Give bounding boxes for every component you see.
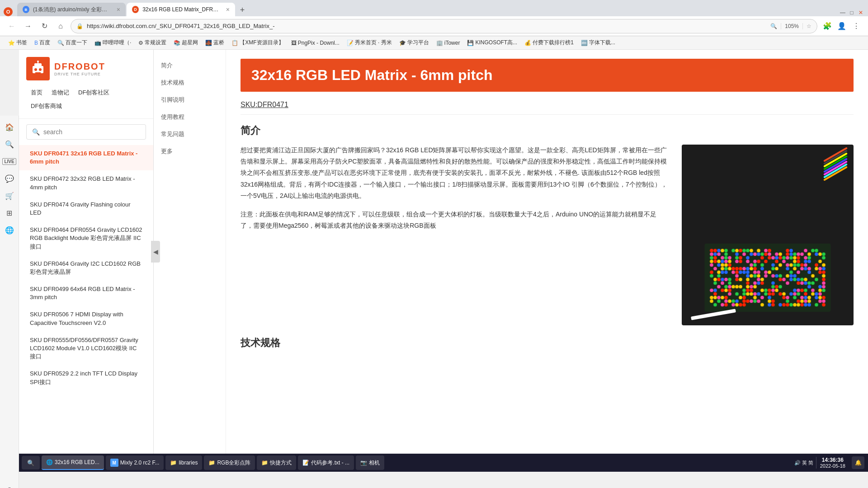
bookmark-study[interactable]: 🎓 学习平台: [396, 38, 432, 47]
product-link-4[interactable]: SKU DFR0464 DFR0554 Gravity LCD1602 RGB …: [19, 221, 153, 255]
product-link-6[interactable]: SKU DFR0499 64x64 RGB LED Matrix - 3mm p…: [19, 281, 153, 306]
product-link-9[interactable]: SKU DFR0529 2.2 inch TFT LCD Display SPI…: [19, 365, 153, 390]
bookmark-pngpix[interactable]: 🖼 PngPix - Downl...: [288, 39, 342, 47]
home-button[interactable]: ⌂: [54, 20, 67, 33]
led-dot: [761, 282, 764, 285]
led-dot: [750, 289, 753, 292]
search-input[interactable]: [43, 128, 140, 136]
nav-maker[interactable]: 造物记: [47, 86, 74, 99]
product-link-5[interactable]: SKU DFR0464 Gravity I2C LCD1602 RGB 彩色背光…: [19, 255, 153, 281]
product-link-2[interactable]: SKU DFR0472 32x32 RGB LED Matrix - 4mm p…: [19, 170, 153, 196]
led-dot: [768, 285, 771, 288]
led-dot: [710, 271, 713, 274]
new-tab-button[interactable]: +: [236, 4, 249, 16]
bookmark-baiduyixia[interactable]: 🔍 百度一下: [55, 38, 90, 47]
bookmark-lanqiao[interactable]: 🌉 蓝桥: [203, 38, 227, 47]
toc-shiyong[interactable]: 使用教程: [154, 108, 226, 126]
minimize-button[interactable]: —: [839, 9, 846, 16]
led-dot: [728, 285, 731, 288]
maximize-button[interactable]: □: [848, 9, 855, 16]
sidebar-chat-icon[interactable]: 💬: [2, 171, 17, 186]
taskbar-camera-icon: 📷: [360, 460, 367, 466]
led-dot: [710, 274, 713, 277]
tab-active-2[interactable]: D 32x16 RGB LED Matrix_DFR0471 ×: [127, 3, 235, 16]
taskbar-rgb-label: RGB全彩点阵: [217, 459, 250, 467]
product-image: [682, 145, 854, 325]
product-link-7[interactable]: SKU DFR0506 7 HDMI Display with Capaciti…: [19, 306, 153, 331]
bookmark-paid[interactable]: 💰 付费下载排行榜1: [522, 38, 576, 47]
led-dot: [819, 260, 822, 263]
toc-jishu[interactable]: 技术规格: [154, 74, 226, 91]
led-dot: [790, 274, 793, 277]
close-button[interactable]: ✕: [857, 9, 864, 16]
bookmark-settings[interactable]: ⚙ 常规设置: [136, 38, 169, 47]
url-bar[interactable]: 🔒 https://wiki.dfrobot.com.cn/_SKU_DFR04…: [71, 19, 817, 33]
tab-inactive-1[interactable]: B (1条消息) arduino/mixly 全彩点阵... ×: [17, 3, 126, 16]
bookmark-itower[interactable]: 🏢 iTower: [434, 39, 463, 47]
sidebar-collapse-button[interactable]: ◀: [151, 241, 160, 263]
led-dot: [739, 282, 742, 285]
sidebar-search-icon[interactable]: 🔍: [2, 136, 17, 152]
tab-close-1[interactable]: ×: [117, 6, 120, 13]
bookmark-kingo[interactable]: 💾 KINGOSOFT高...: [464, 38, 520, 47]
toc-changjian[interactable]: 常见问题: [154, 126, 226, 143]
taskbar-camera[interactable]: 📷 相机: [356, 455, 384, 470]
led-dot: [757, 278, 760, 281]
taskbar-txt[interactable]: 📝 代码参考.txt - ...: [298, 455, 354, 470]
led-dot: [779, 253, 782, 256]
led-dot: [754, 278, 757, 281]
led-dot: [801, 263, 804, 267]
taskbar-search[interactable]: 🔍: [22, 456, 40, 469]
menu-button[interactable]: ⋮: [850, 20, 863, 33]
wiki-search-box[interactable]: 🔍: [26, 124, 146, 140]
bookmark-font[interactable]: 🔤 字体下载...: [578, 38, 618, 47]
profile-button[interactable]: 👤: [835, 20, 848, 33]
bookmark-chaoxing[interactable]: 📚 超星网: [171, 38, 201, 47]
led-dot: [819, 282, 822, 285]
led-dot: [790, 285, 793, 288]
extensions-button[interactable]: 🧩: [821, 20, 834, 33]
lock-icon: 🔒: [76, 23, 83, 29]
led-dot: [721, 289, 724, 292]
led-dot: [721, 292, 724, 296]
tab-close-2[interactable]: ×: [226, 6, 230, 13]
product-link-3[interactable]: SKU DFR0474 Gravity Flashing colour LED: [19, 196, 153, 221]
taskbar-mixly[interactable]: M Mixly 2.0 rc2 F...: [106, 455, 164, 470]
led-dot: [772, 253, 775, 256]
taskbar-shortcuts[interactable]: 📁 快捷方式: [257, 455, 296, 470]
sidebar-cart-icon[interactable]: 🛒: [2, 188, 17, 203]
product-link-active[interactable]: SKU DFR0471 32x16 RGB LED Matrix - 6mm p…: [19, 145, 153, 170]
bookmark-bilibili[interactable]: 📺 哔哩哔哩（·: [92, 38, 134, 47]
bookmark-xiumi[interactable]: 📝 秀米首页 · 秀米: [344, 38, 395, 47]
led-dot: [775, 282, 778, 285]
sidebar-live-icon[interactable]: LIVE: [2, 154, 17, 169]
sidebar-add-icon[interactable]: ➕: [2, 483, 17, 488]
led-dot: [811, 289, 815, 292]
led-dot: [750, 278, 753, 281]
nav-community[interactable]: DF创客社区: [74, 86, 114, 99]
notification-button[interactable]: 🔔: [852, 456, 864, 469]
sidebar-apps-icon[interactable]: ⊞: [2, 205, 17, 221]
nav-shop[interactable]: DF创客商城: [26, 99, 66, 113]
led-dot: [714, 296, 717, 299]
forward-button[interactable]: →: [22, 20, 34, 33]
toc-more[interactable]: 更多: [154, 143, 226, 160]
bookmark-star-icon[interactable]: ⭐ 书签: [5, 38, 30, 47]
taskbar-libraries[interactable]: 📁 libraries: [165, 455, 202, 470]
product-link-8[interactable]: SKU DFR0555/DF0556/DFR0557 Gravity LCD16…: [19, 332, 153, 366]
taskbar-rgb[interactable]: 📁 RGB全彩点阵: [204, 455, 255, 470]
sidebar-home-icon[interactable]: 🏠: [2, 119, 17, 135]
taskbar-browser[interactable]: 🌐 32x16 RGB LED...: [42, 455, 104, 470]
led-dot: [779, 267, 782, 270]
led-dot: [732, 274, 735, 277]
toc-yinjiao[interactable]: 引脚说明: [154, 91, 226, 108]
bookmark-baidu[interactable]: B 百度: [32, 38, 53, 47]
toc-jianjie[interactable]: 简介: [154, 57, 226, 74]
led-dot: [764, 260, 768, 263]
bookmark-xmf[interactable]: 📋 【XMF资源目录】: [229, 38, 286, 47]
back-button[interactable]: ←: [5, 20, 18, 33]
sidebar-translate-icon[interactable]: 🌐: [2, 222, 17, 238]
nav-home[interactable]: 首页: [26, 86, 47, 99]
led-dot: [768, 256, 771, 259]
reload-button[interactable]: ↻: [38, 20, 51, 33]
